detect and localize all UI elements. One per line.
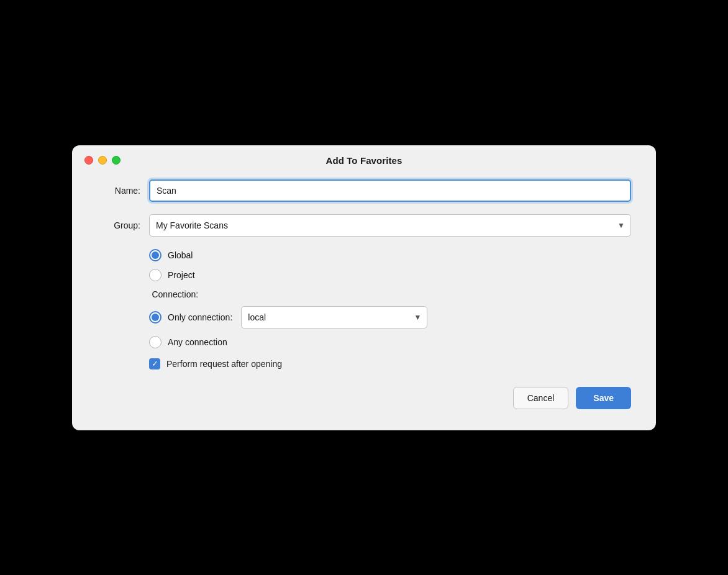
- radio-global-label: Global: [168, 250, 193, 260]
- dialog-body: Name: Group: My Favorite Scans ▼ Global: [72, 173, 656, 430]
- radio-global-indicator: [149, 249, 162, 261]
- radio-any-indicator: [149, 336, 162, 348]
- group-select-wrapper: My Favorite Scans ▼: [149, 214, 631, 237]
- save-button[interactable]: Save: [576, 387, 631, 409]
- radio-global[interactable]: Global: [149, 249, 631, 261]
- connection-radio-group: Only connection: local ▼ Any connection: [149, 306, 631, 348]
- radio-only-connection[interactable]: Only connection: local ▼: [149, 306, 631, 328]
- radio-project-label: Project: [168, 270, 195, 280]
- close-button[interactable]: [84, 156, 93, 165]
- radio-project-indicator: [149, 269, 162, 281]
- radio-any-connection[interactable]: Any connection: [149, 336, 631, 348]
- title-bar: Add To Favorites: [72, 145, 656, 173]
- radio-only-indicator: [149, 311, 162, 324]
- perform-request-label: Perform request after opening: [166, 359, 282, 369]
- radio-any-label: Any connection: [168, 337, 227, 347]
- checkbox-checkmark-icon: ✓: [152, 360, 158, 368]
- perform-request-row[interactable]: ✓ Perform request after opening: [149, 358, 631, 369]
- connection-section-label: Connection:: [152, 289, 198, 299]
- radio-only-label: Only connection:: [168, 312, 232, 322]
- minimize-button[interactable]: [98, 156, 107, 165]
- radio-project[interactable]: Project: [149, 269, 631, 281]
- name-label: Name:: [97, 186, 140, 196]
- level-radio-group: Global Project: [149, 249, 631, 281]
- name-row: Name:: [97, 179, 631, 202]
- perform-request-checkbox[interactable]: ✓: [149, 358, 160, 369]
- name-input[interactable]: [149, 179, 631, 202]
- group-select[interactable]: My Favorite Scans: [149, 214, 631, 237]
- connection-select-wrapper: local ▼: [241, 306, 427, 328]
- dialog-window: Add To Favorites Name: Group: My Favorit…: [72, 145, 656, 430]
- group-label: Group:: [97, 220, 140, 230]
- radio-only-dot: [152, 314, 159, 321]
- connection-select[interactable]: local: [241, 306, 427, 328]
- dialog-title: Add To Favorites: [326, 155, 403, 166]
- radio-global-dot: [152, 251, 159, 259]
- button-row: Cancel Save: [97, 387, 631, 412]
- cancel-button[interactable]: Cancel: [513, 387, 569, 409]
- window-controls: [84, 156, 121, 165]
- maximize-button[interactable]: [112, 156, 121, 165]
- group-row: Group: My Favorite Scans ▼: [97, 214, 631, 237]
